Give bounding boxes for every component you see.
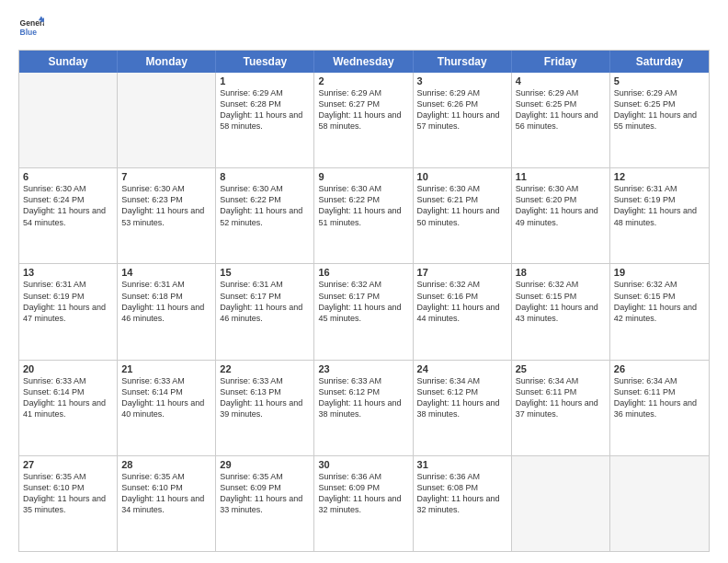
- day-cell: 18Sunrise: 6:32 AMSunset: 6:15 PMDayligh…: [512, 264, 610, 359]
- day-cell: 16Sunrise: 6:32 AMSunset: 6:17 PMDayligh…: [314, 264, 413, 359]
- day-info: Sunrise: 6:33 AMSunset: 6:14 PMDaylight:…: [23, 375, 113, 420]
- day-info: Sunrise: 6:36 AMSunset: 6:08 PMDaylight:…: [417, 471, 507, 516]
- day-cell: 25Sunrise: 6:34 AMSunset: 6:11 PMDayligh…: [512, 361, 610, 455]
- day-cell: 19Sunrise: 6:32 AMSunset: 6:15 PMDayligh…: [610, 264, 709, 359]
- day-cell: 13Sunrise: 6:31 AMSunset: 6:19 PMDayligh…: [19, 264, 118, 359]
- day-info: Sunrise: 6:31 AMSunset: 6:18 PMDaylight:…: [121, 279, 211, 324]
- day-number: 11: [516, 171, 606, 182]
- day-cell: 30Sunrise: 6:36 AMSunset: 6:09 PMDayligh…: [314, 456, 413, 551]
- day-cell: 26Sunrise: 6:34 AMSunset: 6:11 PMDayligh…: [610, 361, 709, 455]
- day-cell: 29Sunrise: 6:35 AMSunset: 6:09 PMDayligh…: [216, 456, 314, 551]
- day-number: 5: [614, 75, 705, 86]
- day-number: 22: [220, 363, 310, 374]
- day-info: Sunrise: 6:32 AMSunset: 6:15 PMDaylight:…: [614, 279, 705, 324]
- day-info: Sunrise: 6:30 AMSunset: 6:22 PMDaylight:…: [318, 183, 408, 228]
- week-row-4: 20Sunrise: 6:33 AMSunset: 6:14 PMDayligh…: [19, 360, 709, 455]
- day-info: Sunrise: 6:33 AMSunset: 6:14 PMDaylight:…: [121, 375, 211, 420]
- day-cell: 4Sunrise: 6:29 AMSunset: 6:25 PMDaylight…: [512, 73, 610, 167]
- day-number: 23: [318, 363, 408, 374]
- day-cell: 9Sunrise: 6:30 AMSunset: 6:22 PMDaylight…: [314, 168, 413, 263]
- day-header-monday: Monday: [118, 51, 216, 73]
- day-number: 12: [614, 171, 705, 182]
- day-info: Sunrise: 6:29 AMSunset: 6:25 PMDaylight:…: [516, 87, 606, 132]
- day-header-sunday: Sunday: [19, 51, 118, 73]
- day-info: Sunrise: 6:36 AMSunset: 6:09 PMDaylight:…: [318, 471, 408, 516]
- day-info: Sunrise: 6:29 AMSunset: 6:25 PMDaylight:…: [614, 87, 705, 132]
- day-cell: 15Sunrise: 6:31 AMSunset: 6:17 PMDayligh…: [216, 264, 314, 359]
- week-row-2: 6Sunrise: 6:30 AMSunset: 6:24 PMDaylight…: [19, 167, 709, 263]
- day-cell: 28Sunrise: 6:35 AMSunset: 6:10 PMDayligh…: [118, 456, 216, 551]
- day-number: 19: [614, 267, 705, 278]
- day-number: 7: [121, 171, 211, 182]
- logo: General Blue: [18, 15, 44, 40]
- day-number: 27: [23, 459, 113, 470]
- day-cell: 8Sunrise: 6:30 AMSunset: 6:22 PMDaylight…: [216, 168, 314, 263]
- day-cell: 24Sunrise: 6:34 AMSunset: 6:12 PMDayligh…: [414, 361, 512, 455]
- day-info: Sunrise: 6:35 AMSunset: 6:10 PMDaylight:…: [121, 471, 211, 516]
- week-row-5: 27Sunrise: 6:35 AMSunset: 6:10 PMDayligh…: [19, 455, 709, 551]
- day-cell: 23Sunrise: 6:33 AMSunset: 6:12 PMDayligh…: [314, 361, 413, 455]
- day-number: 21: [121, 363, 211, 374]
- day-number: 29: [220, 459, 310, 470]
- day-number: 28: [121, 459, 211, 470]
- week-row-1: 1Sunrise: 6:29 AMSunset: 6:28 PMDaylight…: [19, 73, 709, 167]
- day-number: 31: [417, 459, 507, 470]
- day-number: 10: [417, 171, 507, 182]
- day-cell: 11Sunrise: 6:30 AMSunset: 6:20 PMDayligh…: [512, 168, 610, 263]
- day-number: 1: [220, 75, 310, 86]
- day-number: 14: [121, 267, 211, 278]
- weeks: 1Sunrise: 6:29 AMSunset: 6:28 PMDaylight…: [19, 73, 709, 551]
- day-number: 20: [23, 363, 113, 374]
- day-info: Sunrise: 6:31 AMSunset: 6:19 PMDaylight:…: [23, 279, 113, 324]
- day-info: Sunrise: 6:31 AMSunset: 6:17 PMDaylight:…: [220, 279, 310, 324]
- day-cell: 14Sunrise: 6:31 AMSunset: 6:18 PMDayligh…: [118, 264, 216, 359]
- page: General Blue SundayMondayTuesdayWednesda…: [0, 0, 728, 563]
- day-header-wednesday: Wednesday: [314, 51, 413, 73]
- day-cell: 27Sunrise: 6:35 AMSunset: 6:10 PMDayligh…: [19, 456, 118, 551]
- header: General Blue: [18, 15, 710, 40]
- day-info: Sunrise: 6:30 AMSunset: 6:20 PMDaylight:…: [516, 183, 606, 228]
- day-number: 16: [318, 267, 408, 278]
- day-info: Sunrise: 6:29 AMSunset: 6:27 PMDaylight:…: [318, 87, 408, 132]
- day-cell: [19, 73, 118, 167]
- day-info: Sunrise: 6:30 AMSunset: 6:24 PMDaylight:…: [23, 183, 113, 228]
- day-cell: 22Sunrise: 6:33 AMSunset: 6:13 PMDayligh…: [216, 361, 314, 455]
- day-number: 9: [318, 171, 408, 182]
- day-number: 26: [614, 363, 705, 374]
- day-number: 24: [417, 363, 507, 374]
- day-header-thursday: Thursday: [414, 51, 512, 73]
- day-info: Sunrise: 6:29 AMSunset: 6:26 PMDaylight:…: [417, 87, 507, 132]
- day-number: 6: [23, 171, 113, 182]
- day-info: Sunrise: 6:33 AMSunset: 6:13 PMDaylight:…: [220, 375, 310, 420]
- day-cell: 21Sunrise: 6:33 AMSunset: 6:14 PMDayligh…: [118, 361, 216, 455]
- day-header-saturday: Saturday: [610, 51, 709, 73]
- day-info: Sunrise: 6:33 AMSunset: 6:12 PMDaylight:…: [318, 375, 408, 420]
- day-cell: 5Sunrise: 6:29 AMSunset: 6:25 PMDaylight…: [610, 73, 709, 167]
- day-header-friday: Friday: [512, 51, 610, 73]
- day-info: Sunrise: 6:34 AMSunset: 6:12 PMDaylight:…: [417, 375, 507, 420]
- day-number: 13: [23, 267, 113, 278]
- day-cell: [512, 456, 610, 551]
- day-number: 3: [417, 75, 507, 86]
- day-cell: 10Sunrise: 6:30 AMSunset: 6:21 PMDayligh…: [414, 168, 512, 263]
- day-info: Sunrise: 6:34 AMSunset: 6:11 PMDaylight:…: [614, 375, 705, 420]
- day-number: 17: [417, 267, 507, 278]
- day-info: Sunrise: 6:30 AMSunset: 6:22 PMDaylight:…: [220, 183, 310, 228]
- day-number: 4: [516, 75, 606, 86]
- day-number: 18: [516, 267, 606, 278]
- generalblue-icon: General Blue: [18, 15, 44, 40]
- day-info: Sunrise: 6:32 AMSunset: 6:16 PMDaylight:…: [417, 279, 507, 324]
- day-cell: 12Sunrise: 6:31 AMSunset: 6:19 PMDayligh…: [610, 168, 709, 263]
- day-info: Sunrise: 6:29 AMSunset: 6:28 PMDaylight:…: [220, 87, 310, 132]
- day-cell: [610, 456, 709, 551]
- day-number: 2: [318, 75, 408, 86]
- day-cell: 1Sunrise: 6:29 AMSunset: 6:28 PMDaylight…: [216, 73, 314, 167]
- day-cell: [118, 73, 216, 167]
- day-number: 15: [220, 267, 310, 278]
- day-cell: 2Sunrise: 6:29 AMSunset: 6:27 PMDaylight…: [314, 73, 413, 167]
- day-info: Sunrise: 6:35 AMSunset: 6:09 PMDaylight:…: [220, 471, 310, 516]
- day-info: Sunrise: 6:35 AMSunset: 6:10 PMDaylight:…: [23, 471, 113, 516]
- day-cell: 6Sunrise: 6:30 AMSunset: 6:24 PMDaylight…: [19, 168, 118, 263]
- day-cell: 3Sunrise: 6:29 AMSunset: 6:26 PMDaylight…: [414, 73, 512, 167]
- day-info: Sunrise: 6:30 AMSunset: 6:21 PMDaylight:…: [417, 183, 507, 228]
